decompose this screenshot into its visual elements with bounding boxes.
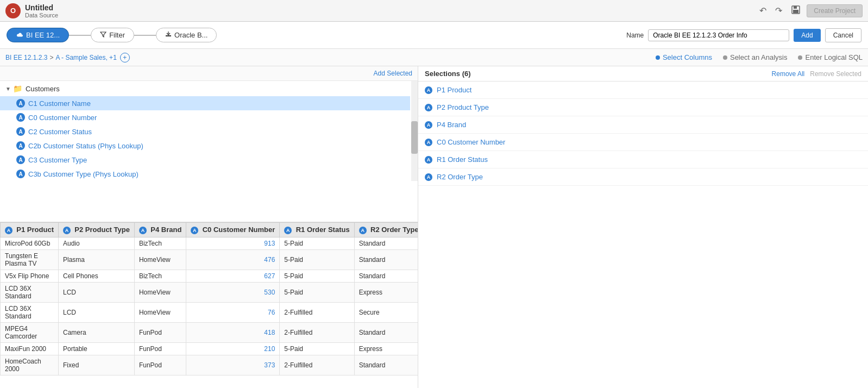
tab-enter-logical-sql[interactable]: Enter Logical SQL bbox=[798, 53, 863, 61]
undo-button[interactable]: ↶ bbox=[757, 4, 769, 17]
add-button[interactable]: Add bbox=[794, 29, 820, 42]
table-cell-r2: Standard bbox=[354, 323, 418, 343]
cloud-icon bbox=[16, 31, 23, 39]
sel-label: C0 Customer Number bbox=[437, 138, 505, 146]
table-cell-r2: Standard bbox=[354, 270, 418, 283]
tab-select-analysis[interactable]: Select an Analysis bbox=[723, 53, 788, 61]
selection-item[interactable]: A R1 Order Status bbox=[418, 151, 868, 168]
col-label-p1: P1 Product bbox=[16, 226, 54, 234]
save-button[interactable] bbox=[788, 4, 803, 18]
table-cell-p2: Plasma bbox=[58, 250, 134, 270]
table-cell-c0: 530 bbox=[186, 283, 280, 303]
col-header-r2[interactable]: A R2 Order Type bbox=[354, 223, 418, 237]
sel-type-icon: A bbox=[425, 173, 432, 181]
breadcrumb: BI EE 12.1.2.3 > A - Sample Sales, +1 + bbox=[5, 49, 130, 66]
selection-item[interactable]: A C0 Customer Number bbox=[418, 134, 868, 151]
tree-item-c3b[interactable]: A C3b Customer Type (Phys Lookup) bbox=[0, 167, 410, 181]
col-label-c0: C0 Customer Number bbox=[203, 226, 275, 234]
table-cell-p1: HomeCoach 2000 bbox=[1, 355, 59, 376]
tree-item-c0[interactable]: A C0 Customer Number bbox=[0, 110, 410, 124]
pipeline-step-bi-ee[interactable]: BI EE 12... bbox=[7, 28, 69, 42]
tab-label-select-columns: Select Columns bbox=[663, 53, 712, 61]
col-header-p2[interactable]: A P2 Product Type bbox=[58, 223, 134, 237]
selection-item[interactable]: A P4 Brand bbox=[418, 116, 868, 134]
type-icon-c2b: A bbox=[16, 141, 25, 150]
tree-item-label-c2: C2 Customer Status bbox=[28, 128, 92, 136]
redo-button[interactable]: ↷ bbox=[772, 4, 785, 17]
top-bar: O Untitled Data Source ↶ ↷ Create Projec… bbox=[0, 0, 868, 22]
remove-selected-button[interactable]: Remove Selected bbox=[810, 70, 861, 78]
pipeline-step-filter[interactable]: Filter bbox=[91, 28, 134, 42]
pipeline-step-bi-ee-label: BI EE 12... bbox=[26, 31, 60, 39]
tree-item-c3[interactable]: A C3 Customer Type bbox=[0, 153, 410, 167]
name-input[interactable] bbox=[648, 29, 789, 41]
breadcrumb-path[interactable]: A - Sample Sales, +1 bbox=[55, 54, 116, 61]
col-header-r1[interactable]: A R1 Order Status bbox=[280, 223, 354, 237]
table-cell-p1: Tungsten E Plasma TV bbox=[1, 250, 59, 270]
col-header-c0[interactable]: A C0 Customer Number bbox=[186, 223, 280, 237]
sel-type-icon: A bbox=[425, 104, 432, 111]
pipeline-connector-2 bbox=[134, 35, 156, 36]
pipeline-connector-1 bbox=[69, 35, 91, 36]
sel-type-icon: A bbox=[425, 121, 432, 129]
breadcrumb-root[interactable]: BI EE 12.1.2.3 bbox=[5, 54, 47, 61]
table-cell-p4: FunPod bbox=[134, 343, 186, 355]
table-cell-p1: MPEG4 Camcorder bbox=[1, 323, 59, 343]
tree-scrollbar-track[interactable] bbox=[411, 81, 418, 181]
pipeline-bar: BI EE 12... Filter Oracle B... Name Add … bbox=[0, 22, 868, 49]
table-row: LCD 36X StandardLCDHomeView5305-PaidExpr… bbox=[1, 283, 418, 303]
table-cell-p2: LCD bbox=[58, 303, 134, 323]
tree-folder-customers[interactable]: ▼ 📁 Customers bbox=[0, 81, 410, 96]
table-cell-p2: Portable bbox=[58, 343, 134, 355]
tree-scrollbar-thumb[interactable] bbox=[411, 121, 418, 154]
table-cell-p4: HomeView bbox=[134, 250, 186, 270]
col-label-p4: P4 Brand bbox=[150, 226, 181, 234]
data-table-area: A P1 Product A P2 Product Type A P4 Bran… bbox=[0, 222, 418, 388]
main-content: Add Selected ▼ 📁 Customers A C1 Customer… bbox=[0, 66, 868, 388]
name-label: Name bbox=[626, 32, 644, 39]
tree-item-label-c1: C1 Customer Name bbox=[28, 99, 91, 108]
right-panel: Selections (6) Remove All Remove Selecte… bbox=[418, 66, 868, 388]
table-cell-p2: Fixed bbox=[58, 355, 134, 376]
table-cell-c0: 76 bbox=[186, 303, 280, 323]
tab-dot-select-analysis bbox=[723, 55, 727, 60]
pipeline-step-oracle[interactable]: Oracle B... bbox=[156, 28, 217, 42]
table-row: MaxiFun 2000PortableFunPod2105-PaidExpre… bbox=[1, 343, 418, 355]
tree-item-c2b[interactable]: A C2b Customer Status (Phys Lookup) bbox=[0, 139, 410, 153]
left-panel: Add Selected ▼ 📁 Customers A C1 Customer… bbox=[0, 66, 418, 388]
cancel-button[interactable]: Cancel bbox=[825, 28, 861, 42]
table-cell-p4: BizTech bbox=[134, 270, 186, 283]
create-project-button[interactable]: Create Project bbox=[807, 4, 863, 17]
col-icon-p4: A bbox=[139, 227, 147, 234]
add-selected-button[interactable]: Add Selected bbox=[374, 70, 412, 77]
table-row: MPEG4 CamcorderCameraFunPod4182-Fulfille… bbox=[1, 323, 418, 343]
tree-item-c1[interactable]: A C1 Customer Name bbox=[0, 96, 410, 110]
tab-select-columns[interactable]: Select Columns bbox=[656, 53, 712, 61]
table-cell-p4: HomeView bbox=[134, 283, 186, 303]
sel-type-icon: A bbox=[425, 86, 432, 94]
table-row: Tungsten E Plasma TVPlasmaHomeView4765-P… bbox=[1, 250, 418, 270]
upload-icon bbox=[165, 31, 172, 39]
selection-item[interactable]: A P2 Product Type bbox=[418, 99, 868, 116]
table-cell-r1: 5-Paid bbox=[280, 270, 354, 283]
table-cell-r2: Secure bbox=[354, 303, 418, 323]
col-label-r2: R2 Order Type bbox=[370, 226, 418, 234]
table-header-row: A P1 Product A P2 Product Type A P4 Bran… bbox=[1, 223, 418, 237]
col-header-p1[interactable]: A P1 Product bbox=[1, 223, 59, 237]
selections-header: Selections (6) Remove All Remove Selecte… bbox=[418, 66, 868, 82]
type-icon-c1: A bbox=[16, 99, 25, 108]
table-cell-c0: 418 bbox=[186, 323, 280, 343]
table-cell-p4: HomeView bbox=[134, 303, 186, 323]
sel-label: R2 Order Type bbox=[437, 173, 483, 181]
col-header-p4[interactable]: A P4 Brand bbox=[134, 223, 186, 237]
tree-item-c2[interactable]: A C2 Customer Status bbox=[0, 124, 410, 139]
remove-all-button[interactable]: Remove All bbox=[772, 70, 805, 78]
svg-text:O: O bbox=[10, 7, 16, 15]
tree-item-label-c3: C3 Customer Type bbox=[28, 156, 87, 164]
app-name: Untitled bbox=[25, 3, 757, 12]
selection-item[interactable]: A P1 Product bbox=[418, 82, 868, 99]
table-row: LCD 36X StandardLCDHomeView762-Fulfilled… bbox=[1, 303, 418, 323]
selection-item[interactable]: A R2 Order Type bbox=[418, 168, 868, 186]
add-path-button[interactable]: + bbox=[120, 53, 130, 62]
top-bar-actions: ↶ ↷ Create Project bbox=[757, 4, 863, 18]
